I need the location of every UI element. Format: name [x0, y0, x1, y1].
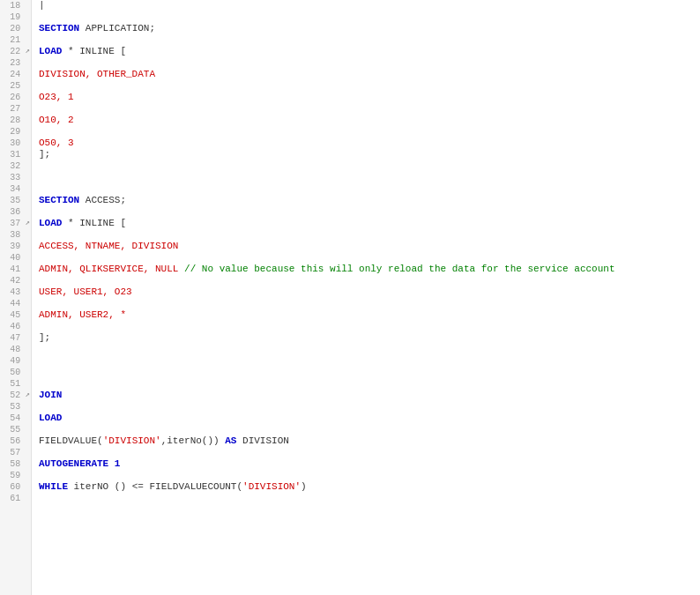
- code-line: [39, 470, 700, 481]
- gutter-row: 35: [0, 195, 31, 206]
- line-number: 58: [0, 458, 24, 470]
- token: LOAD: [39, 413, 62, 424]
- code-line: [39, 447, 700, 458]
- token: 'DIVISION': [103, 435, 161, 447]
- code-line: [39, 57, 700, 69]
- token: AS: [225, 435, 236, 447]
- code-line: ADMIN, QLIKSERVICE, NULL // No value bec…: [39, 264, 700, 275]
- token: LOAD: [39, 218, 62, 229]
- gutter-row: 55: [0, 424, 31, 435]
- code-line: LOAD * INLINE [: [39, 218, 700, 229]
- line-numbers-container: 1819202122↗23242526272829303132333435363…: [0, 0, 31, 504]
- gutter-row: 49: [0, 355, 31, 367]
- code-content[interactable]: |SECTION APPLICATION;LOAD * INLINE [DIVI…: [32, 0, 700, 595]
- code-line: [39, 172, 700, 183]
- token: * INLINE [: [62, 218, 126, 229]
- gutter-row: 57: [0, 447, 31, 458]
- token: JOIN: [39, 390, 62, 401]
- token: LOAD: [39, 46, 62, 57]
- gutter-row: 43: [0, 286, 31, 298]
- token: DIVISION, OTHER_DATA: [39, 69, 155, 80]
- code-line: [39, 493, 700, 504]
- line-number: 39: [0, 241, 24, 252]
- line-number: 42: [0, 275, 24, 286]
- line-number: 32: [0, 160, 24, 172]
- line-number: 57: [0, 447, 24, 458]
- gutter-row: 51: [0, 378, 31, 390]
- line-number: 60: [0, 481, 24, 493]
- token: ];: [39, 149, 50, 160]
- code-line: [39, 344, 700, 355]
- code-line: ADMIN, USER2, *: [39, 309, 700, 321]
- token: * INLINE [: [62, 46, 126, 57]
- token: ];: [39, 332, 50, 344]
- gutter-row: 61: [0, 493, 31, 504]
- arrow-icon: ↗: [25, 390, 29, 399]
- token: WHILE: [39, 481, 68, 493]
- gutter-row: 31: [0, 149, 31, 160]
- line-number: 54: [0, 413, 24, 424]
- line-number: 34: [0, 183, 24, 195]
- line-number: 22: [0, 46, 24, 57]
- gutter-row: 41: [0, 264, 31, 275]
- code-line: [39, 11, 700, 23]
- line-gutter: 1819202122↗23242526272829303132333435363…: [0, 0, 32, 595]
- code-line: USER, USER1, O23: [39, 286, 700, 298]
- code-line: SECTION APPLICATION;: [39, 23, 700, 34]
- token: APPLICATION;: [79, 23, 155, 34]
- gutter-row: 24: [0, 69, 31, 80]
- line-number: 20: [0, 23, 24, 34]
- line-number: 19: [0, 11, 24, 23]
- line-number: 31: [0, 149, 24, 160]
- line-number: 59: [0, 470, 24, 481]
- code-line: [39, 367, 700, 378]
- gutter-row: 34: [0, 183, 31, 195]
- token: O10, 2: [39, 115, 74, 126]
- code-line: DIVISION, OTHER_DATA: [39, 69, 700, 80]
- gutter-row: 56: [0, 435, 31, 447]
- gutter-row: 21: [0, 34, 31, 46]
- line-number: 24: [0, 69, 24, 80]
- line-number: 26: [0, 92, 24, 103]
- code-line: [39, 378, 700, 390]
- line-number: 53: [0, 401, 24, 413]
- gutter-row: 58: [0, 458, 31, 470]
- gutter-row: 28: [0, 115, 31, 126]
- gutter-row: 37↗: [0, 218, 31, 229]
- gutter-row: 45: [0, 309, 31, 321]
- breakpoint-area: ↗: [24, 390, 31, 399]
- gutter-row: 20: [0, 23, 31, 34]
- line-number: 56: [0, 435, 24, 447]
- breakpoint-area: ↗: [24, 46, 31, 56]
- code-editor: 1819202122↗23242526272829303132333435363…: [0, 0, 700, 595]
- code-line: [39, 424, 700, 435]
- line-number: 25: [0, 80, 24, 92]
- line-number: 50: [0, 367, 24, 378]
- line-number: 52: [0, 390, 24, 401]
- gutter-row: 53: [0, 401, 31, 413]
- line-number: 27: [0, 103, 24, 115]
- line-number: 37: [0, 218, 24, 229]
- token: 'DIVISION': [242, 481, 301, 493]
- gutter-row: 30: [0, 138, 31, 149]
- gutter-row: 40: [0, 252, 31, 264]
- line-number: 49: [0, 355, 24, 367]
- line-number: 36: [0, 206, 24, 218]
- line-number: 51: [0, 378, 24, 390]
- gutter-row: 27: [0, 103, 31, 115]
- code-line: [39, 321, 700, 332]
- gutter-row: 23: [0, 57, 31, 69]
- token: SECTION: [39, 195, 79, 206]
- code-line: LOAD * INLINE [: [39, 46, 700, 57]
- code-line: [39, 103, 700, 115]
- line-number: 33: [0, 172, 24, 183]
- token: iterNO () <= FIELDVALUECOUNT(: [68, 481, 242, 493]
- code-line: O10, 2: [39, 115, 700, 126]
- gutter-row: 18: [0, 0, 31, 11]
- breakpoint-area: ↗: [24, 218, 31, 227]
- code-line: SECTION ACCESS;: [39, 195, 700, 206]
- line-number: 40: [0, 252, 24, 264]
- gutter-row: 19: [0, 11, 31, 23]
- gutter-row: 29: [0, 126, 31, 138]
- gutter-row: 54: [0, 413, 31, 424]
